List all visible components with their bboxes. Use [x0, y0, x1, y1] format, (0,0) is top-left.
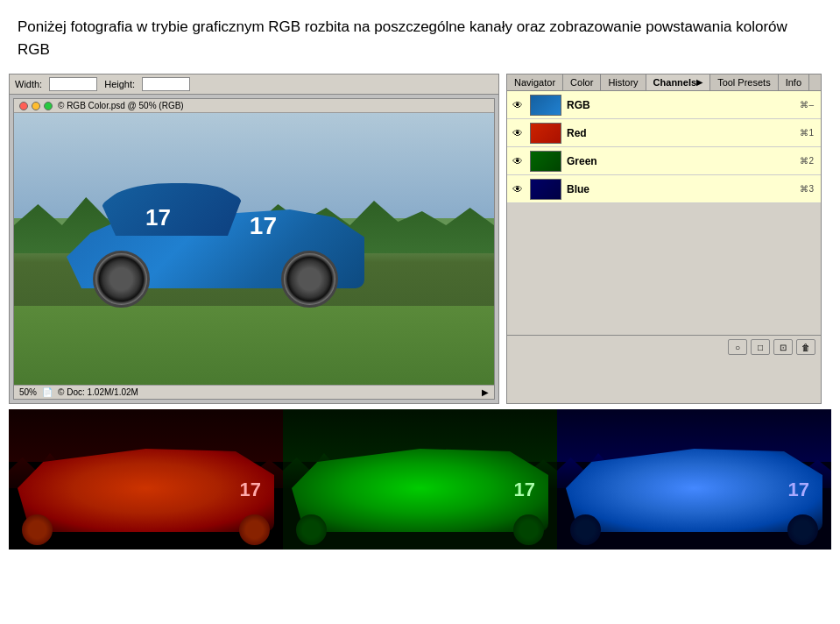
image-titlebar: © RGB Color.psd @ 50% (RGB): [14, 99, 494, 113]
channel-options-btn[interactable]: ○: [728, 339, 747, 355]
channel-mask-btn[interactable]: □: [751, 339, 770, 355]
photoshop-window: Width: Height: © RGB Color.psd @ 50% (RG…: [9, 74, 499, 404]
scroll-right-icon[interactable]: ▶: [482, 387, 489, 397]
panel-bottom-toolbar: ○ □ ⊡ 🗑: [507, 335, 821, 358]
channel-name-green: Green: [567, 155, 794, 167]
tab-info[interactable]: Info: [779, 74, 809, 90]
green-wheel-right: [513, 514, 544, 545]
channel-row-green[interactable]: 👁 Green ⌘2: [507, 147, 821, 175]
channels-panel: Navigator Color History Channels Tool Pr…: [506, 74, 822, 404]
green-number: 17: [514, 479, 535, 501]
car-roof: [102, 183, 242, 236]
height-input[interactable]: [142, 77, 190, 91]
image-title: © RGB Color.psd @ 50% (RGB): [58, 101, 184, 110]
race-number-right: 17: [250, 212, 277, 240]
bottom-channel-previews: 17 17 17: [0, 409, 840, 550]
visibility-icon-rgb[interactable]: 👁: [511, 98, 525, 112]
blue-number: 17: [788, 479, 809, 501]
channel-list: 👁 RGB ⌘– 👁 Red ⌘1 👁 Green ⌘2 👁: [507, 91, 821, 203]
channel-thumbnail-green: [530, 151, 561, 172]
green-wheel-left: [296, 514, 327, 545]
wheel-left: [93, 251, 150, 308]
visibility-icon-red[interactable]: 👁: [511, 126, 525, 140]
tab-channels-label: Channels: [653, 77, 697, 88]
panel-tabs: Navigator Color History Channels Tool Pr…: [507, 74, 821, 91]
channel-shortcut-red: ⌘1: [800, 128, 814, 138]
red-wheel-left: [22, 514, 53, 545]
tab-color[interactable]: Color: [563, 74, 601, 90]
channel-shortcut-green: ⌘2: [800, 156, 814, 166]
maximize-button[interactable]: [44, 102, 53, 110]
ground: [14, 306, 494, 385]
visibility-icon-green[interactable]: 👁: [511, 154, 525, 168]
width-input[interactable]: [49, 77, 97, 91]
page-icon: 📄: [42, 387, 53, 397]
width-label: Width:: [15, 79, 42, 89]
close-button[interactable]: [19, 102, 28, 110]
red-channel-preview: 17: [9, 409, 283, 550]
doc-info: © Doc: 1.02M/1.02M: [58, 387, 138, 397]
tab-color-label: Color: [570, 77, 593, 88]
tab-navigator-label: Navigator: [514, 77, 555, 88]
page-description: Poniżej fotografia w trybie graficznym R…: [0, 0, 840, 69]
minimize-button[interactable]: [32, 102, 40, 110]
channel-row-red[interactable]: 👁 Red ⌘1: [507, 119, 821, 147]
height-label: Height:: [104, 79, 135, 89]
tab-info-label: Info: [786, 77, 801, 88]
statusbar-left: 50% 📄 © Doc: 1.02M/1.02M: [19, 387, 138, 397]
zoom-level: 50%: [19, 387, 37, 397]
blue-wheel-right: [787, 514, 818, 545]
blue-channel-preview: 17: [557, 409, 831, 550]
channel-shortcut-blue: ⌘3: [800, 184, 814, 194]
main-content: Width: Height: © RGB Color.psd @ 50% (RG…: [0, 74, 840, 404]
car-body-group: 17 17: [67, 192, 364, 315]
channel-row-blue[interactable]: 👁 Blue ⌘3: [507, 175, 821, 203]
red-wheel-right: [239, 514, 270, 545]
visibility-icon-blue[interactable]: 👁: [511, 182, 525, 196]
race-number-left: 17: [145, 204, 171, 231]
tab-tool-presets-label: Tool Presets: [717, 77, 771, 88]
channel-name-red: Red: [567, 127, 794, 139]
image-window: © RGB Color.psd @ 50% (RGB) 17 17: [13, 98, 495, 400]
green-channel-preview: 17: [283, 409, 557, 550]
tab-tool-presets[interactable]: Tool Presets: [710, 74, 779, 90]
channel-thumbnail-rgb: [530, 95, 561, 116]
channel-selection-btn[interactable]: ⊡: [773, 339, 793, 355]
channel-name-blue: Blue: [567, 183, 794, 195]
blue-scene: 17: [557, 409, 831, 550]
channel-thumbnail-red: [530, 123, 561, 144]
red-number: 17: [240, 479, 261, 501]
tab-channels[interactable]: Channels: [646, 74, 711, 90]
panel-empty-area: [507, 203, 821, 335]
ps-toolbar: Width: Height:: [10, 74, 498, 95]
ps-statusbar: 50% 📄 © Doc: 1.02M/1.02M ▶: [14, 385, 494, 399]
channel-shortcut-rgb: ⌘–: [800, 100, 814, 110]
green-scene: 17: [283, 409, 557, 550]
car-scene: 17 17: [14, 113, 494, 385]
image-canvas[interactable]: 17 17: [14, 113, 494, 385]
channel-thumbnail-blue: [530, 179, 561, 200]
tab-history[interactable]: History: [601, 74, 646, 90]
blue-wheel-left: [570, 514, 601, 545]
wheel-right: [281, 251, 338, 308]
traffic-lights: [19, 102, 53, 110]
tab-navigator[interactable]: Navigator: [507, 74, 563, 90]
channel-row-rgb[interactable]: 👁 RGB ⌘–: [507, 91, 821, 119]
channel-name-rgb: RGB: [567, 99, 794, 111]
channel-delete-btn[interactable]: 🗑: [796, 339, 815, 355]
red-scene: 17: [9, 409, 283, 550]
tab-history-label: History: [608, 77, 638, 88]
